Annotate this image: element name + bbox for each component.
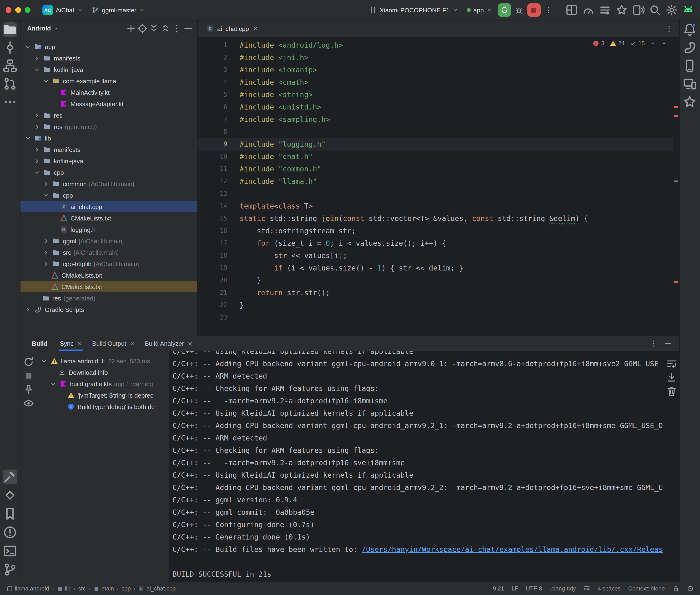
code-line[interactable]: #include <iomanip> — [236, 64, 672, 76]
line-number[interactable]: 20 — [198, 274, 236, 287]
terminal-button[interactable] — [3, 544, 17, 558]
build-options-button[interactable] — [648, 337, 660, 350]
line-number[interactable]: 6 — [198, 101, 236, 113]
build-tree-item[interactable]: llama.android: fi22 sec, 583 ms — [37, 355, 169, 367]
lock-status[interactable] — [672, 585, 679, 592]
project-tree-item[interactable]: Hlogging.h — [21, 224, 197, 235]
project-tree-item[interactable]: CMakeLists.txt — [21, 213, 197, 224]
line-number[interactable]: 9 — [198, 138, 236, 150]
chev-r-icon[interactable] — [33, 123, 40, 130]
sync-button[interactable] — [23, 356, 34, 368]
close-icon[interactable] — [130, 341, 135, 346]
project-tree-item[interactable]: ggml[AiChat.lib.main] — [21, 235, 197, 247]
debug-button[interactable] — [513, 4, 525, 16]
chev-d-icon[interactable] — [40, 358, 48, 365]
chev-r-icon[interactable] — [43, 237, 50, 245]
hide-build-panel-button[interactable] — [662, 337, 674, 350]
status--clang-tidy[interactable]: .clang-tidy — [550, 585, 576, 592]
pull-requests-button[interactable] — [3, 77, 17, 91]
project-tree-item[interactable]: Cai_chat.cpp — [21, 201, 197, 213]
run-config-selector[interactable]: app — [464, 3, 496, 17]
stop-gray-button[interactable] — [23, 370, 34, 381]
chev-r-icon[interactable] — [43, 180, 50, 188]
status-4-spaces[interactable]: 4 spaces — [598, 585, 621, 592]
code-line[interactable]: #include "chat.h" — [236, 150, 672, 163]
project-tree-item[interactable]: app — [21, 41, 197, 52]
code-line[interactable]: #include <string> — [236, 89, 672, 101]
close-window-button[interactable] — [6, 7, 11, 13]
branch-selector[interactable]: ggml-master — [88, 3, 148, 17]
code-line[interactable]: #include "logging.h" — [236, 138, 672, 150]
bookmarks-button[interactable] — [3, 506, 17, 521]
chev-d-icon[interactable] — [43, 77, 50, 85]
dependencies-button[interactable] — [3, 488, 17, 502]
line-number[interactable]: 22 — [198, 299, 236, 311]
project-tree-item[interactable]: MessageAdapter.kt — [21, 98, 197, 110]
previous-problem-icon[interactable] — [650, 40, 656, 46]
more-h-button[interactable] — [3, 95, 17, 109]
line-number[interactable]: 11 — [198, 163, 236, 175]
scroll-end-button[interactable] — [666, 372, 677, 383]
project-tree-item[interactable]: cpp — [21, 190, 197, 201]
running-devices-button[interactable] — [682, 77, 697, 91]
chevron-down-icon[interactable] — [53, 26, 59, 31]
code-line[interactable]: #include "common.h" — [236, 163, 672, 175]
console-link[interactable]: /Users/hanyin/Workspace/ai-chat/examples… — [362, 545, 663, 554]
project-tree-item[interactable]: CMakeLists.txt — [21, 281, 197, 292]
project-tree-item[interactable]: manifests — [21, 144, 197, 155]
project-tree-item[interactable]: MainActivity.kt — [21, 87, 197, 98]
line-number[interactable]: 14 — [198, 200, 236, 213]
project-tree-item[interactable]: kotlin+java — [21, 155, 197, 167]
code-line[interactable] — [236, 188, 672, 200]
line-number[interactable]: 23 — [198, 311, 236, 324]
inspection-mark[interactable] — [674, 180, 678, 182]
layout-inspector-button[interactable] — [565, 4, 578, 16]
logcat-button[interactable] — [598, 4, 611, 16]
editor-tab[interactable]: C ai_chat.cpp — [201, 21, 263, 37]
line-number[interactable]: 21 — [198, 287, 236, 299]
build-window-label[interactable]: Build — [32, 340, 47, 347]
line-number[interactable]: 4 — [198, 76, 236, 89]
chev-r-icon[interactable] — [43, 249, 50, 256]
more-run-actions-button[interactable] — [542, 4, 555, 16]
code-line[interactable]: #include "llama.h" — [236, 175, 672, 188]
status-9-21[interactable]: 9:21 — [493, 585, 504, 592]
project-tree-item[interactable]: res(generated) — [21, 292, 197, 304]
line-number[interactable]: 7 — [198, 113, 236, 126]
code-line[interactable] — [236, 126, 672, 138]
chev-d-icon[interactable] — [43, 192, 50, 199]
version-control-button[interactable] — [3, 562, 17, 576]
project-tree-item[interactable]: kotlin+java — [21, 64, 197, 75]
project-tree-item[interactable]: common[AiChat.lib.main] — [21, 178, 197, 190]
plus-button[interactable] — [126, 23, 136, 34]
inspection-mark[interactable] — [674, 281, 678, 283]
project-tree-item[interactable]: res — [21, 110, 197, 121]
code-line[interactable]: #include <unistd.h> — [236, 101, 672, 113]
chev-r-icon[interactable] — [33, 146, 40, 153]
code-line[interactable]: for (size_t i = 0; i < values.size(); i+… — [236, 237, 672, 250]
project-button[interactable] — [3, 22, 17, 37]
build-console[interactable]: C/C++: -- Using KleidiAI optimized kerne… — [170, 351, 679, 582]
zoom-window-button[interactable] — [25, 7, 30, 13]
android-profile-button[interactable] — [682, 4, 694, 16]
insights-button[interactable] — [615, 4, 627, 16]
code-line[interactable] — [236, 311, 672, 324]
inspection-mark[interactable] — [674, 106, 678, 108]
notifications-button[interactable] — [682, 22, 697, 37]
project-tree-item[interactable]: src[AiChat.lib.main] — [21, 247, 197, 258]
build-tab-build-analyzer[interactable]: Build Analyzer — [140, 336, 198, 351]
chev-d-icon[interactable] — [33, 169, 40, 176]
line-number[interactable]: 12 — [198, 175, 236, 188]
chev-d-icon[interactable] — [50, 380, 57, 387]
code-line[interactable]: str << values[i]; — [236, 250, 672, 262]
breadcrumb-item[interactable]: src — [78, 585, 86, 592]
indent-status[interactable] — [584, 585, 590, 592]
editor-options-button[interactable] — [663, 22, 675, 35]
inspections-status[interactable] — [687, 585, 693, 592]
project-tree-item[interactable]: cpp-httplib[AiChat.lib.main] — [21, 258, 197, 270]
chev-d-icon[interactable] — [24, 135, 31, 142]
stop-button[interactable] — [527, 3, 540, 17]
editor-scrollbar[interactable] — [672, 37, 679, 336]
chev-d-icon[interactable] — [24, 43, 31, 50]
minus-button[interactable] — [183, 23, 193, 34]
